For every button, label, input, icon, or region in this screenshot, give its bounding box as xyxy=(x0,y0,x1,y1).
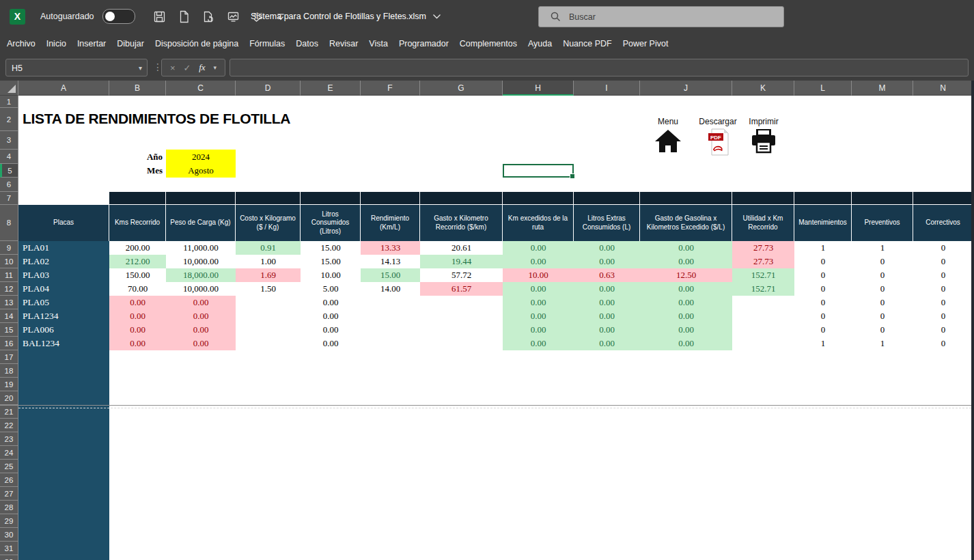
cell-I12[interactable]: 0.00 xyxy=(574,282,640,296)
cell-J10[interactable]: 0.00 xyxy=(640,255,732,268)
row-header-12[interactable]: 12 xyxy=(0,282,18,296)
cell-A9-placa[interactable]: PLA01 xyxy=(18,241,109,255)
ribbon-tab-disposición-de-página[interactable]: Disposición de página xyxy=(150,33,244,55)
formula-chevron-icon[interactable]: ▾ xyxy=(214,64,217,71)
cell-L16[interactable]: 1 xyxy=(794,337,852,350)
cell-E16[interactable]: 0.00 xyxy=(301,337,361,350)
column-header-J[interactable]: J xyxy=(640,81,732,96)
cell-E14[interactable]: 0.00 xyxy=(301,309,361,323)
row-header-6[interactable]: 6 xyxy=(0,178,18,192)
cell-A10-placa[interactable]: PLA02 xyxy=(18,255,109,268)
cell-B15[interactable]: 0.00 xyxy=(109,323,166,337)
row-header-1[interactable]: 1 xyxy=(0,96,18,108)
cell-B12[interactable]: 70.00 xyxy=(109,282,166,296)
cell-D9[interactable]: 0.91 xyxy=(236,241,301,255)
ribbon-tab-insertar[interactable]: Insertar xyxy=(72,33,111,55)
cell-A14-placa[interactable]: PLA1234 xyxy=(18,309,109,323)
cell-B10[interactable]: 212.00 xyxy=(109,255,166,268)
cell-D10[interactable]: 1.00 xyxy=(236,255,301,268)
column-header-H[interactable]: H xyxy=(503,81,574,96)
cell-H9[interactable]: 0.00 xyxy=(503,241,574,255)
name-box-chevron-icon[interactable]: ▾ xyxy=(139,59,142,77)
column-header-K[interactable]: K xyxy=(732,81,794,96)
cell-G9[interactable]: 20.61 xyxy=(420,241,503,255)
cell-H15[interactable]: 0.00 xyxy=(503,323,574,337)
enter-icon[interactable]: ✓ xyxy=(183,63,191,73)
cell-M9[interactable]: 1 xyxy=(852,241,913,255)
row-header-7[interactable]: 7 xyxy=(0,192,18,205)
row-header-2[interactable]: 2 xyxy=(0,108,18,131)
cell-M14[interactable]: 0 xyxy=(852,309,913,323)
ribbon-tab-datos[interactable]: Datos xyxy=(290,33,324,55)
cell-B14[interactable]: 0.00 xyxy=(109,309,166,323)
cell-E13[interactable]: 0.00 xyxy=(301,296,361,309)
ribbon-tab-power-pivot[interactable]: Power Pivot xyxy=(617,33,674,55)
column-header-I[interactable]: I xyxy=(574,81,640,96)
cell-H11[interactable]: 10.00 xyxy=(503,268,574,282)
row-header-26[interactable]: 26 xyxy=(0,473,18,487)
cell-L12[interactable]: 0 xyxy=(794,282,852,296)
new-file-icon[interactable] xyxy=(178,10,191,23)
row-header-18[interactable]: 18 xyxy=(0,364,18,378)
cell-A12-placa[interactable]: PLA04 xyxy=(18,282,109,296)
cell-J9[interactable]: 0.00 xyxy=(640,241,732,255)
cell-C9[interactable]: 11,000.00 xyxy=(166,241,236,255)
cell-L15[interactable]: 0 xyxy=(794,323,852,337)
ribbon-tab-nuance-pdf[interactable]: Nuance PDF xyxy=(557,33,617,55)
column-header-D[interactable]: D xyxy=(236,81,301,96)
column-header-N[interactable]: N xyxy=(913,81,973,96)
cell-A15-placa[interactable]: PLA006 xyxy=(18,323,109,337)
cell-J13[interactable]: 0.00 xyxy=(640,296,732,309)
column-header-M[interactable]: M xyxy=(852,81,913,96)
cell-G11[interactable]: 57.72 xyxy=(420,268,503,282)
row-header-8[interactable]: 8 xyxy=(0,205,18,241)
row-header-30[interactable]: 30 xyxy=(0,528,18,542)
year-value-cell[interactable]: 2024 xyxy=(166,150,236,164)
cell-N11[interactable]: 0 xyxy=(913,268,973,282)
row-header-10[interactable]: 10 xyxy=(0,255,18,268)
save-icon[interactable] xyxy=(153,10,166,23)
column-header-L[interactable]: L xyxy=(794,81,852,96)
row-header-9[interactable]: 9 xyxy=(0,241,18,255)
ribbon-tab-revisar[interactable]: Revisar xyxy=(324,33,363,55)
column-header-G[interactable]: G xyxy=(420,81,503,96)
cell-D11[interactable]: 1.69 xyxy=(236,268,301,282)
column-header-E[interactable]: E xyxy=(301,81,361,96)
cell-N13[interactable]: 0 xyxy=(913,296,973,309)
month-value-cell[interactable]: Agosto xyxy=(166,164,236,178)
cell-A11-placa[interactable]: PLA03 xyxy=(18,268,109,282)
cell-L13[interactable]: 0 xyxy=(794,296,852,309)
row-header-27[interactable]: 27 xyxy=(0,487,18,501)
ribbon-tab-dibujar[interactable]: Dibujar xyxy=(111,33,150,55)
row-header-17[interactable]: 17 xyxy=(0,350,18,364)
cell-L10[interactable]: 0 xyxy=(794,255,852,268)
cell-F12[interactable]: 14.00 xyxy=(361,282,420,296)
cell-L9[interactable]: 1 xyxy=(794,241,852,255)
cell-M13[interactable]: 0 xyxy=(852,296,913,309)
ribbon-tab-vista[interactable]: Vista xyxy=(363,33,393,55)
cell-B16[interactable]: 0.00 xyxy=(109,337,166,350)
cell-M11[interactable]: 0 xyxy=(852,268,913,282)
row-header-19[interactable]: 19 xyxy=(0,378,18,391)
row-header-11[interactable]: 11 xyxy=(0,268,18,282)
cell-M12[interactable]: 0 xyxy=(852,282,913,296)
cell-M15[interactable]: 0 xyxy=(852,323,913,337)
ribbon-tab-programador[interactable]: Programador xyxy=(393,33,454,55)
cell-L11[interactable]: 0 xyxy=(794,268,852,282)
cell-M16[interactable]: 1 xyxy=(852,337,913,350)
cell-K11[interactable]: 152.71 xyxy=(732,268,794,282)
autosave-toggle[interactable] xyxy=(102,9,135,24)
name-box[interactable]: H5 ▾ xyxy=(5,59,148,76)
cell-E11[interactable]: 10.00 xyxy=(301,268,361,282)
row-header-13[interactable]: 13 xyxy=(0,296,18,309)
column-header-C[interactable]: C xyxy=(166,81,236,96)
ribbon-tab-complementos[interactable]: Complementos xyxy=(454,33,523,55)
cell-A13-placa[interactable]: PLA05 xyxy=(18,296,109,309)
row-header-25[interactable]: 25 xyxy=(0,460,18,473)
formula-input[interactable] xyxy=(229,59,969,76)
row-header-4[interactable]: 4 xyxy=(0,150,18,164)
cell-H10[interactable]: 0.00 xyxy=(503,255,574,268)
cell-I14[interactable]: 0.00 xyxy=(574,309,640,323)
ribbon-tab-archivo[interactable]: Archivo xyxy=(1,33,41,55)
cell-J11[interactable]: 12.50 xyxy=(640,268,732,282)
